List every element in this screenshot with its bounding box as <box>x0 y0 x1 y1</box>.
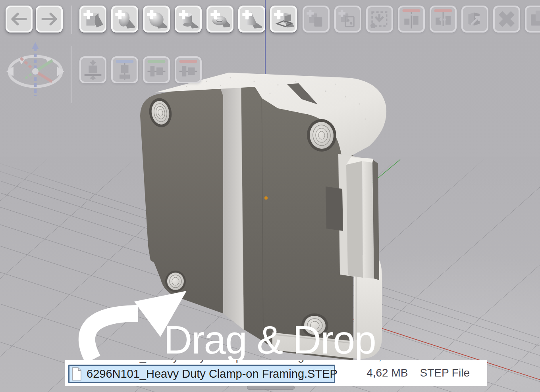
selected-file-row[interactable]: 6296N101_Heavy Duty Clamp-on Framing.STE… <box>68 365 335 383</box>
add-cone-button[interactable] <box>238 6 265 33</box>
x-icon <box>496 9 517 29</box>
file-meta: 4,62 MB STEP File <box>366 367 470 379</box>
toolbar-divider <box>71 46 71 103</box>
arrow-right-icon <box>39 9 60 29</box>
file-name: 6296N101_Heavy Duty Clamp-on Framing.STE… <box>87 367 338 380</box>
document-icon <box>71 367 82 380</box>
add-instance-button[interactable] <box>334 6 361 33</box>
back-button[interactable] <box>6 6 33 33</box>
mirror-center-button[interactable] <box>430 6 457 33</box>
plus-copy-icon <box>306 9 326 29</box>
file-size: 4,62 MB <box>366 367 408 379</box>
red-mirror-left-icon <box>401 9 422 29</box>
dashed-box-arrow-icon <box>369 9 390 29</box>
open-box-icon <box>273 9 294 29</box>
drag-drop-label: Drag & Drop <box>164 320 376 359</box>
app-window: Drag & Drop 6296N101_Heavy Duty Clamp-on… <box>0 0 540 392</box>
drop-floor-icon <box>83 60 103 80</box>
origin-marker <box>264 196 268 200</box>
align-horizontal-icon <box>178 60 199 80</box>
horizontal-scrollbar-thumb[interactable] <box>247 386 295 390</box>
file-explorer-strip: 6296N101_Heavy Duty Clamp-on Framing.STE… <box>65 360 487 386</box>
plus-instance-icon <box>338 9 358 29</box>
export-button[interactable] <box>461 6 488 33</box>
delete-button[interactable] <box>493 6 520 33</box>
align-horizontal-icon <box>146 60 167 80</box>
paste-button[interactable] <box>525 6 540 33</box>
add-ellipsoid-button[interactable] <box>111 6 138 33</box>
add-sphere-button[interactable] <box>143 6 170 33</box>
ellipsoid-icon <box>114 9 135 29</box>
add-cube-button[interactable] <box>79 6 106 33</box>
align-horizontal-green-button[interactable] <box>143 56 170 83</box>
mirror-left-button[interactable] <box>398 6 425 33</box>
center-vertical-axis-button[interactable] <box>111 56 138 83</box>
file-type: STEP File <box>420 367 470 379</box>
cone-icon <box>241 9 262 29</box>
arrow-left-icon <box>9 9 29 29</box>
sphere-icon <box>146 9 167 29</box>
drop-to-floor-button[interactable] <box>79 56 106 83</box>
counterbored-hole <box>165 271 186 292</box>
add-cylinder-button[interactable] <box>175 6 202 33</box>
box-arrow-up-right-icon <box>465 9 485 29</box>
rotate-axis-gizmo-icon <box>6 41 65 101</box>
toolbar-divider <box>71 6 72 34</box>
cylinder-icon <box>178 9 199 29</box>
cube-icon <box>83 9 103 29</box>
add-copy-button[interactable] <box>303 6 330 33</box>
forward-button[interactable] <box>36 6 63 33</box>
add-torus-button[interactable] <box>206 6 233 33</box>
file-row-partial: 6296N101_Heavy Duty Clamp-on Framing.STE… <box>65 360 487 364</box>
center-vertical-icon <box>114 60 135 80</box>
clipboard-icon <box>528 9 540 29</box>
align-horizontal-red-button[interactable] <box>175 56 202 83</box>
import-to-selection-button[interactable] <box>366 6 393 33</box>
add-plane-button[interactable] <box>270 6 297 33</box>
red-mirror-center-icon <box>433 9 453 29</box>
torus-icon <box>210 9 230 29</box>
